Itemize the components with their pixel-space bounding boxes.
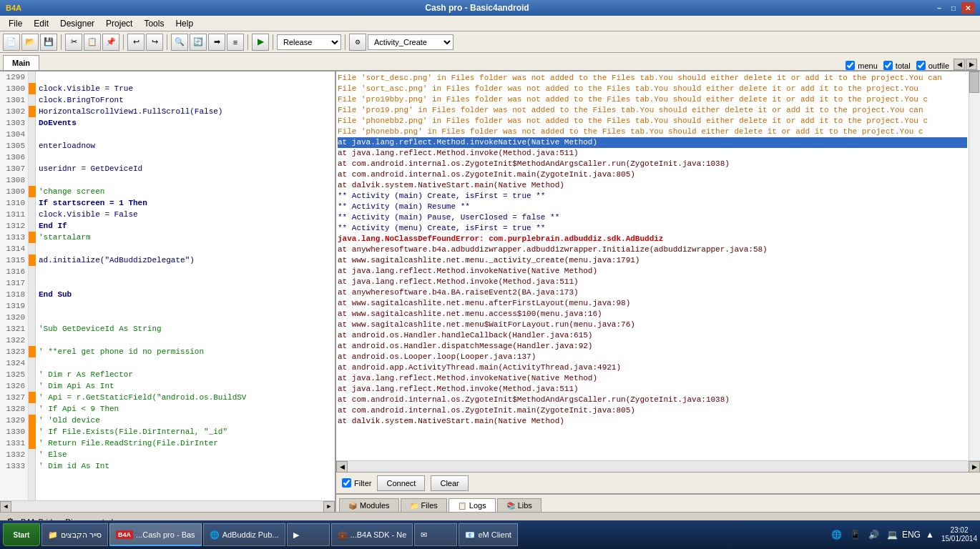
log-hscroll-right[interactable]: ▶ [969,461,980,473]
log-line-error[interactable]: java.lang.NoClassDefFoundError: com.purp… [338,234,967,244]
log-line-stack[interactable]: at anywheresoftware.b4a.BA.raiseEvent2(B… [338,287,967,298]
tb-open[interactable]: 📂 [21,34,39,51]
menu-tools[interactable]: Tools [138,17,170,30]
tb-redo[interactable]: ↪ [146,34,163,51]
menu-project[interactable]: Project [100,17,138,30]
log-line-stack[interactable]: at com.android.internal.os.ZygoteInit$Me… [338,159,967,169]
log-line-stack[interactable]: at com.android.internal.os.ZygoteInit$Me… [338,395,967,405]
checkbox-total[interactable] [883,61,893,70]
checkbox-total-label[interactable]: total [883,61,911,70]
log-line-warning[interactable]: File 'pro19.png' in Files folder was not… [338,105,967,116]
tb-undo[interactable]: ↩ [127,34,144,51]
taskbar-item-adbuddiz[interactable]: 🌐 AdBuddiz Pub... [203,523,285,546]
btab-logs[interactable]: 📋 Logs [449,498,496,512]
taskbar-item-explorer[interactable]: 📁 סייר הקבצים [41,523,108,546]
minimize-button[interactable]: – [933,2,946,14]
taskbar-item-b4a[interactable]: B4A ...Cash pro - Bas [109,523,202,546]
tb-run[interactable]: ▶ [252,34,269,51]
log-line-stack[interactable]: at java.lang.reflect.Method.invoke(Metho… [338,148,967,159]
log-line-info[interactable]: ** Activity (main) Pause, UserClosed = f… [338,212,967,223]
log-hscroll[interactable]: ◀ ▶ [336,460,980,472]
tb-format[interactable]: ≡ [227,34,244,51]
log-line-warning[interactable]: File 'phonebb.png' in Files folder was n… [338,127,967,137]
tb-goto[interactable]: ➡ [208,34,225,51]
maximize-button[interactable]: □ [947,2,960,14]
log-line-stack[interactable]: at www.sagitalcashlite.net.menu.afterFir… [338,298,967,309]
btab-libs[interactable]: 📚 Libs [497,498,542,512]
hscroll-track[interactable] [11,501,323,513]
log-line-stack[interactable]: at android.os.Looper.loop(Looper.java:13… [338,352,967,362]
start-button[interactable]: Start [3,523,40,546]
log-line-stack[interactable]: at dalvik.system.NativeStart.main(Native… [338,416,967,427]
systray-volume[interactable]: 🔊 [867,528,881,542]
systray-arrow[interactable]: ▲ [923,528,937,542]
tab-scroll-left[interactable]: ◀ [954,59,965,70]
code-area[interactable]: 1299130013011302130313041305130613071308… [0,71,335,512]
tb-replace[interactable]: 🔄 [190,34,207,51]
log-line-stack[interactable]: at android.os.Handler.dispatchMessage(Ha… [338,341,967,352]
tb-cut[interactable]: ✂ [65,34,82,51]
systray-lang[interactable]: ENG [904,528,918,542]
log-line-info[interactable]: ** Activity (menu) Create, isFirst = tru… [338,223,967,234]
menu-designer[interactable]: Designer [54,17,100,30]
hscroll-left[interactable]: ◀ [0,501,11,513]
menu-file[interactable]: File [3,17,28,30]
menu-edit[interactable]: Edit [28,17,54,30]
systray-display[interactable]: 💻 [886,528,900,542]
log-line-stack[interactable]: at www.sagitalcashlite.net.menu$WaitForL… [338,320,967,330]
log-line-warning[interactable]: File 'phonebb2.png' in Files folder was … [338,116,967,127]
log-line-selected[interactable]: at java.lang.reflect.Method.invokeNative… [338,137,967,148]
log-line-stack[interactable]: at com.android.internal.os.ZygoteInit.ma… [338,405,967,416]
checkbox-outfile-label[interactable]: outfile [916,61,949,70]
log-line-warning[interactable]: File 'sort_asc.png' in Files folder was … [338,84,967,94]
hscroll-right[interactable]: ▶ [323,501,335,513]
taskbar-item-eM[interactable]: 📧 eM Client [459,523,517,546]
tb-find[interactable]: 🔍 [171,34,188,51]
log-line-stack[interactable]: at android.app.ActivityThread.main(Activ… [338,362,967,373]
tb-new[interactable]: 📄 [3,34,20,51]
clear-button[interactable]: Clear [431,475,468,491]
tab-main[interactable]: Main [3,55,39,70]
log-line-stack[interactable]: at www.sagitalcashlite.net.menu.access$1… [338,309,967,320]
taskbar-item-extra3[interactable]: ✉ [414,523,457,546]
checkbox-menu[interactable] [846,61,855,70]
log-line-stack[interactable]: at www.sagitalcashlite.net.menu._activit… [338,255,967,266]
log-line-stack[interactable]: at anywheresoftware.b4a.adbuddizwrapper.… [338,244,967,255]
connect-button[interactable]: Connect [377,475,425,491]
activity-select[interactable]: Activity_Create [368,34,454,50]
taskbar-item-extra2[interactable]: 💼 ...B4A SDK - Ne [331,523,413,546]
log-line-stack[interactable]: at java.lang.reflect.Method.invoke(Metho… [338,277,967,287]
filter-checkbox[interactable] [342,478,351,488]
log-line-stack[interactable]: at java.lang.reflect.Method.invokeNative… [338,266,967,277]
btab-modules[interactable]: 📦 Modules [339,498,399,512]
log-vscroll[interactable] [969,71,980,460]
tb-save[interactable]: 💾 [40,34,57,51]
log-hscroll-left[interactable]: ◀ [336,461,348,473]
log-hscroll-track[interactable] [348,461,969,473]
log-line-info[interactable]: ** Activity (main) Create, isFirst = tru… [338,191,967,202]
systray-phone[interactable]: 📱 [848,528,863,542]
log-line-stack[interactable]: at android.os.Handler.handleCallback(Han… [338,330,967,341]
log-line-stack[interactable]: at dalvik.system.NativeStart.main(Native… [338,180,967,191]
log-line-stack[interactable]: at com.android.internal.os.ZygoteInit.ma… [338,169,967,180]
log-line-warning[interactable]: File 'sort_desc.png' in Files folder was… [338,73,967,84]
close-button[interactable]: ✕ [961,2,974,14]
checkbox-menu-label[interactable]: menu [846,61,878,70]
menu-help[interactable]: Help [170,17,199,30]
checkbox-outfile[interactable] [916,61,926,70]
filter-checkbox-label[interactable]: Filter [342,478,371,488]
tb-paste[interactable]: 📌 [102,34,119,51]
log-line-warning[interactable]: File 'pro19bby.png' in Files folder was … [338,94,967,105]
btab-files[interactable]: 📁 Files [401,498,447,512]
log-line-stack[interactable]: at java.lang.reflect.Method.invokeNative… [338,373,967,384]
taskbar-item-extra1[interactable]: ▶ [287,523,330,546]
tb-copy[interactable]: 📋 [84,34,101,51]
code-hscroll[interactable]: ◀ ▶ [0,500,335,512]
log-line-stack[interactable]: at java.lang.reflect.Method.invoke(Metho… [338,384,967,395]
log-line-info[interactable]: ** Activity (main) Resume ** [338,202,967,212]
systray-network[interactable]: 🌐 [830,528,844,542]
log-content[interactable]: File 'sort_desc.png' in Files folder was… [336,71,969,460]
release-select[interactable]: Release [277,34,341,50]
tab-scroll-right[interactable]: ▶ [966,59,977,70]
code-content[interactable]: clock.Visible = Trueclock.BringToFrontHo… [36,71,335,500]
